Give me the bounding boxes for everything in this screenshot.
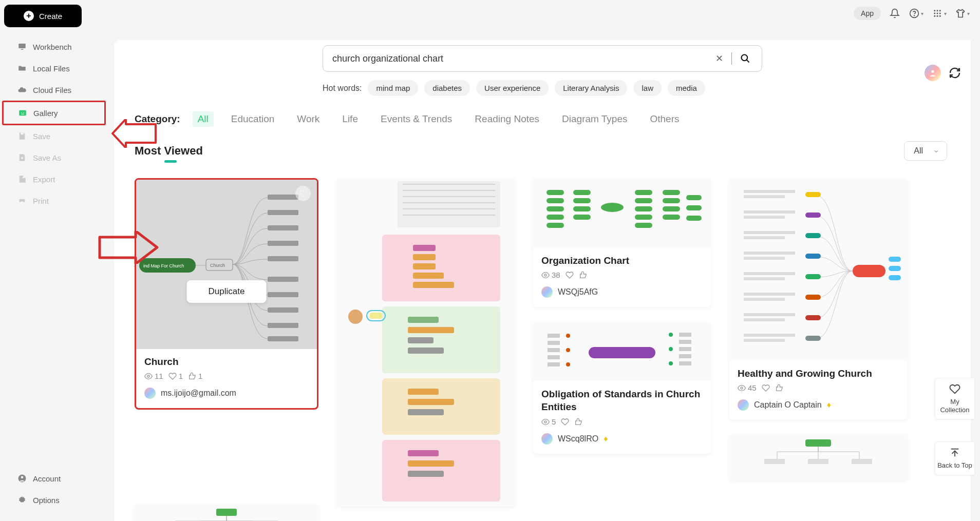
sidebar-bottom: Account Options: [0, 468, 108, 521]
gallery-card-org-chart[interactable]: Organization Chart 38 WSQj5AfG: [533, 178, 711, 307]
gallery-card-healthy[interactable]: Healthy and Growing Church 45 Captain O …: [729, 178, 907, 420]
svg-rect-101: [679, 361, 691, 365]
card-thumb: [135, 505, 318, 521]
svg-rect-82: [635, 223, 652, 228]
likes-stat[interactable]: [566, 271, 574, 279]
likes-stat[interactable]: [762, 384, 770, 392]
gallery-card-partial[interactable]: [729, 434, 907, 480]
gallery-card-church[interactable]: ♡ ind Map For Church Church: [135, 178, 318, 410]
thumbs-stat[interactable]: [775, 384, 783, 392]
hotword-pill[interactable]: Literary Analysis: [555, 80, 627, 96]
bell-icon[interactable]: [889, 8, 900, 19]
svg-rect-131: [744, 293, 795, 296]
svg-rect-134: [744, 318, 785, 321]
svg-rect-111: [889, 266, 901, 271]
hotword-pill[interactable]: diabetes: [424, 80, 470, 96]
divider: [731, 52, 732, 65]
heart-icon[interactable]: ♡: [295, 186, 311, 201]
sidebar-item-workbench[interactable]: Workbench: [0, 36, 108, 57]
svg-text:Church: Church: [210, 263, 225, 268]
sidebar-item-cloud-files[interactable]: Cloud Files: [0, 79, 108, 101]
hotword-pill[interactable]: law: [633, 80, 662, 96]
svg-text:ind Map For Church: ind Map For Church: [143, 263, 184, 268]
svg-rect-116: [805, 254, 821, 259]
svg-rect-141: [852, 459, 872, 464]
hotwords-row: Hot words: mind map diabetes User experi…: [323, 80, 762, 96]
sync-icon[interactable]: [948, 66, 962, 80]
create-button[interactable]: + Create: [4, 5, 82, 27]
category-work[interactable]: Work: [292, 111, 325, 127]
arrow-up-icon: [949, 447, 960, 458]
category-events[interactable]: Events & Trends: [375, 111, 457, 127]
category-diagram[interactable]: Diagram Types: [557, 111, 632, 127]
back-to-top-widget[interactable]: Back to Top: [935, 441, 975, 475]
svg-point-137: [741, 387, 743, 389]
sidebar-item-local-files[interactable]: Local Files: [0, 57, 108, 79]
svg-point-6: [937, 13, 938, 14]
hotword-pill[interactable]: mind map: [368, 80, 418, 96]
gallery-card-partial-2[interactable]: [135, 505, 318, 521]
svg-rect-123: [744, 210, 795, 214]
svg-point-102: [566, 334, 570, 338]
svg-rect-89: [686, 216, 702, 221]
svg-rect-127: [744, 252, 795, 255]
thumbs-stat[interactable]: [579, 271, 587, 279]
hotword-pill[interactable]: User experience: [476, 80, 549, 96]
svg-rect-142: [216, 509, 237, 516]
gallery-card-obligation[interactable]: Obligation of Standards in Church Entiti…: [533, 322, 711, 454]
my-collection-widget[interactable]: My Collection: [935, 378, 975, 419]
app-badge[interactable]: App: [854, 7, 881, 20]
svg-rect-67: [370, 313, 382, 319]
card-author: WScq8lRO ♦: [541, 433, 703, 445]
svg-rect-91: [589, 347, 655, 358]
sidebar-item-account[interactable]: Account: [0, 468, 108, 489]
svg-rect-135: [744, 334, 795, 337]
svg-rect-133: [744, 313, 795, 316]
sidebar-item-print: Print: [0, 190, 108, 211]
search-icon[interactable]: [734, 53, 752, 64]
filter-select[interactable]: All: [904, 141, 947, 161]
svg-point-7: [939, 13, 941, 14]
sidebar-item-label: Save: [33, 132, 50, 141]
avatar: [738, 399, 749, 411]
category-education[interactable]: Education: [226, 111, 280, 127]
svg-rect-110: [889, 257, 901, 262]
sidebar-item-gallery[interactable]: Gallery: [2, 101, 106, 125]
category-others[interactable]: Others: [645, 111, 685, 127]
obligation-thumb: [537, 323, 707, 380]
svg-rect-79: [635, 198, 652, 203]
svg-rect-29: [268, 210, 298, 215]
svg-rect-112: [889, 275, 901, 280]
mindmap-thumb: ind Map For Church Church: [139, 182, 314, 346]
svg-rect-114: [805, 213, 821, 218]
svg-rect-57: [408, 337, 434, 343]
search-input[interactable]: [332, 53, 709, 64]
thumbs-stat[interactable]: [574, 418, 582, 426]
svg-rect-40: [382, 235, 500, 301]
gallery-card-2[interactable]: [337, 178, 515, 507]
category-all[interactable]: All: [193, 111, 214, 127]
category-life[interactable]: Life: [337, 111, 363, 127]
svg-rect-83: [663, 190, 680, 195]
user-avatar[interactable]: [925, 65, 941, 81]
svg-rect-53: [413, 273, 444, 279]
svg-rect-35: [268, 307, 298, 313]
help-dropdown[interactable]: ▾: [909, 8, 924, 19]
svg-point-8: [934, 15, 935, 17]
clear-icon[interactable]: ✕: [709, 53, 729, 64]
sidebar-item-options[interactable]: Options: [0, 489, 108, 511]
sidebar-item-export: Export: [0, 168, 108, 190]
shirt-dropdown[interactable]: ▾: [955, 8, 970, 19]
card-body: Healthy and Growing Church 45 Captain O …: [729, 361, 907, 420]
hotword-pill[interactable]: media: [668, 80, 705, 96]
duplicate-button[interactable]: Duplicate: [187, 280, 267, 303]
likes-stat[interactable]: [561, 418, 569, 426]
search-bar: ✕: [323, 45, 762, 72]
svg-rect-68: [546, 190, 564, 195]
svg-rect-31: [268, 241, 298, 246]
apps-dropdown[interactable]: ▾: [932, 8, 947, 19]
category-reading[interactable]: Reading Notes: [469, 111, 544, 127]
svg-rect-41: [382, 306, 500, 373]
svg-rect-85: [663, 206, 680, 211]
diamond-badge-icon: ♦: [827, 400, 831, 410]
